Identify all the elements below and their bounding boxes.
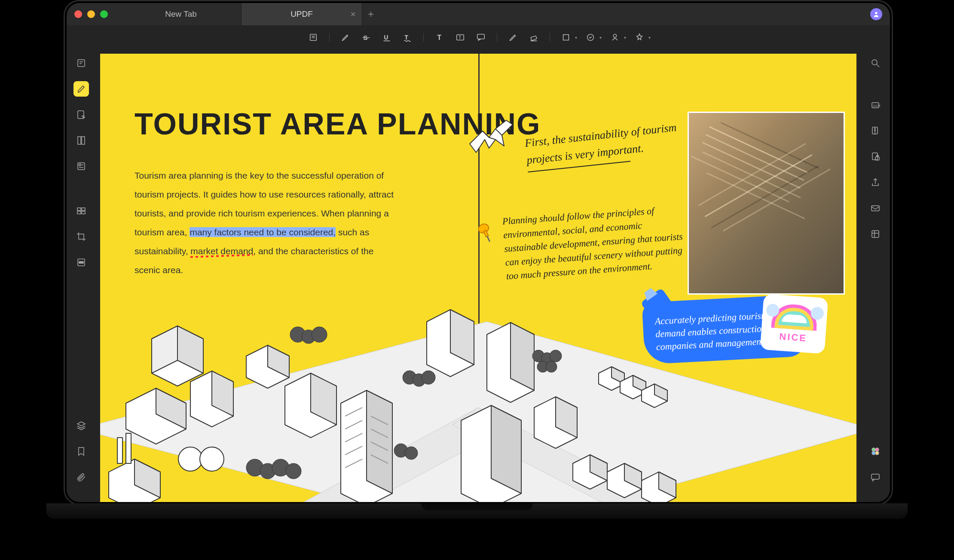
laptop-notch [421, 503, 533, 510]
svg-rect-22 [77, 208, 81, 210]
handwritten-note-1: First, the sustainability of tourism pro… [524, 119, 682, 172]
chevron-down-icon[interactable]: ▾ [624, 35, 626, 40]
close-tab-icon[interactable]: ✕ [350, 10, 356, 18]
svg-text:T: T [405, 34, 409, 41]
attachment-icon[interactable] [73, 469, 89, 485]
svg-point-71 [875, 451, 879, 455]
minimize-window-button[interactable] [87, 10, 95, 18]
svg-text:T: T [459, 35, 461, 40]
flatten-icon[interactable] [868, 226, 883, 242]
main-area: TOURIST AREA PLANNING Tourism area plann… [67, 49, 890, 502]
pushpin-icon [474, 221, 497, 246]
svg-point-28 [477, 222, 490, 234]
chevron-down-icon[interactable]: ▾ [599, 35, 602, 40]
annotation-toolbar: S U T T T ▾ ▾ ▾ ▾ [67, 25, 890, 49]
city-illustration [100, 279, 856, 502]
highlighter-tool[interactable] [338, 30, 353, 45]
close-window-button[interactable] [74, 10, 82, 18]
edit-mode[interactable] [73, 107, 89, 122]
svg-rect-27 [79, 262, 83, 263]
svg-text:U: U [384, 34, 388, 41]
squiggly-text: market demand [190, 246, 253, 256]
body-text: Tourism area planning is the key to the … [135, 166, 401, 280]
svg-rect-18 [78, 137, 81, 144]
chevron-down-icon[interactable]: ▾ [648, 35, 651, 40]
signature-tool[interactable] [608, 30, 622, 45]
svg-point-42 [200, 447, 224, 471]
svg-point-57 [546, 361, 557, 372]
svg-rect-23 [82, 208, 85, 210]
svg-point-45 [312, 327, 327, 342]
share-icon[interactable] [868, 175, 883, 190]
redact-mode[interactable] [73, 255, 89, 270]
text-box-tool[interactable]: T [453, 30, 468, 45]
protect-icon[interactable] [868, 149, 883, 164]
bookmark-icon[interactable] [73, 444, 89, 459]
search-icon[interactable] [868, 55, 883, 71]
svg-rect-40 [126, 433, 131, 463]
svg-rect-21 [79, 164, 81, 166]
svg-point-0 [875, 12, 877, 14]
tab-label: UPDF [290, 9, 313, 19]
ai-icon[interactable] [868, 444, 883, 459]
window-controls [74, 10, 108, 18]
svg-rect-1 [310, 34, 317, 41]
ocr-icon[interactable]: OCR [868, 97, 883, 113]
svg-rect-67 [872, 231, 879, 237]
text-tool[interactable]: T [432, 30, 447, 45]
fullscreen-window-button[interactable] [100, 10, 108, 18]
note-tool[interactable] [306, 30, 321, 45]
svg-rect-11 [531, 36, 537, 40]
organize-mode[interactable] [73, 203, 89, 219]
account-avatar[interactable] [870, 8, 882, 20]
sticker-tool[interactable] [632, 30, 647, 45]
text-callout-tool[interactable] [474, 30, 488, 45]
squiggly-tool[interactable]: T [400, 30, 415, 45]
app-window: New Tab UPDF ✕ + S U T T T ▾ ▾ ▾ ▾ [67, 3, 890, 502]
svg-rect-24 [77, 211, 81, 214]
svg-point-70 [872, 451, 875, 455]
new-tab-button[interactable]: + [362, 8, 379, 20]
tab-new[interactable]: New Tab [121, 3, 242, 25]
document-viewport[interactable]: TOURIST AREA PLANNING Tourism area plann… [96, 49, 861, 502]
svg-point-69 [875, 448, 879, 451]
svg-point-68 [872, 448, 875, 451]
tab-label: New Tab [165, 9, 197, 19]
reader-mode[interactable] [73, 55, 89, 71]
chat-icon[interactable] [868, 469, 883, 485]
right-sidebar: OCR [861, 49, 890, 502]
title-bar: New Tab UPDF ✕ + [67, 3, 890, 25]
svg-point-41 [178, 447, 202, 471]
svg-text:T: T [437, 34, 442, 41]
highlighted-text: many factors need to be considered, [190, 227, 336, 237]
compress-icon[interactable] [868, 123, 883, 139]
eraser-tool[interactable] [526, 30, 541, 45]
annotate-mode[interactable] [73, 81, 89, 97]
chevron-down-icon[interactable]: ▾ [575, 35, 577, 40]
svg-rect-13 [563, 35, 569, 40]
laptop-frame: New Tab UPDF ✕ + S U T T T ▾ ▾ ▾ ▾ [64, 0, 893, 505]
svg-point-15 [613, 34, 616, 37]
tab-updf[interactable]: UPDF ✕ [242, 3, 362, 25]
layers-icon[interactable] [73, 418, 89, 433]
svg-rect-72 [871, 474, 879, 479]
user-icon [873, 11, 880, 18]
email-icon[interactable] [868, 201, 883, 216]
strikethrough-tool[interactable]: S [359, 30, 373, 45]
svg-rect-66 [871, 206, 879, 211]
pdf-page: TOURIST AREA PLANNING Tourism area plann… [100, 54, 856, 502]
crop-mode[interactable] [73, 229, 89, 244]
page-mode[interactable] [73, 133, 89, 148]
underline-tool[interactable]: U [379, 30, 394, 45]
pencil-tool[interactable] [506, 30, 520, 45]
svg-rect-19 [82, 137, 85, 144]
svg-point-49 [286, 463, 301, 479]
stamp-tool[interactable] [583, 30, 598, 45]
shape-tool[interactable] [559, 30, 573, 45]
svg-point-52 [422, 371, 435, 384]
forms-mode[interactable] [73, 158, 89, 174]
svg-rect-25 [82, 211, 85, 214]
svg-rect-16 [78, 60, 85, 67]
left-sidebar [67, 49, 96, 502]
svg-rect-39 [117, 438, 122, 463]
